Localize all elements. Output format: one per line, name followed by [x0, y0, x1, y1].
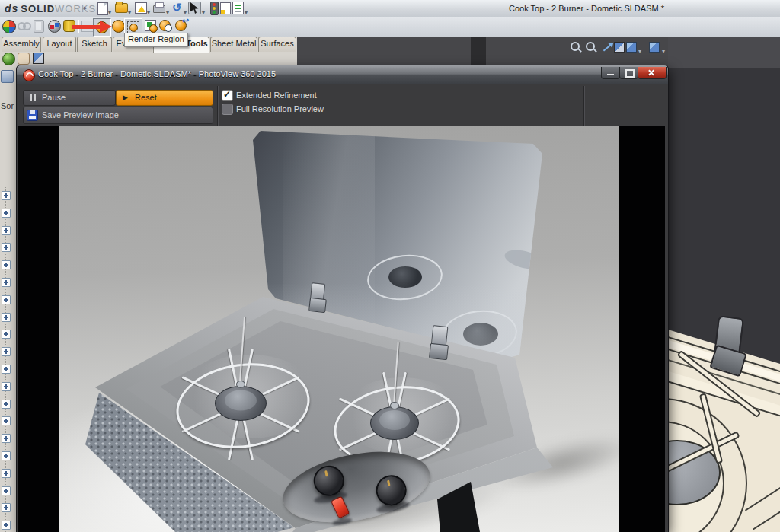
- view-orientation-caret[interactable]: [638, 43, 641, 56]
- edit-appearance-icon[interactable]: [2, 20, 16, 33]
- render-window-toolbar: Pause ▶ Reset Save Preview Image Extende…: [17, 84, 668, 127]
- annotation-arrow-head: [100, 21, 112, 33]
- select-caret[interactable]: [202, 4, 205, 18]
- tree-expander[interactable]: [2, 243, 11, 252]
- tree-expander[interactable]: [2, 347, 11, 356]
- tree-expander[interactable]: [2, 434, 11, 443]
- tree-expander[interactable]: [2, 451, 11, 460]
- document-title: Cook Top - 2 Burner - Dometic.SLDASM *: [488, 4, 686, 13]
- tree-expander[interactable]: [2, 382, 11, 391]
- pause-button[interactable]: Pause: [23, 90, 116, 106]
- model-edge-line: [745, 476, 780, 511]
- full-resolution-preview-checkbox[interactable]: [222, 104, 233, 115]
- minimize-button[interactable]: [601, 67, 620, 79]
- reset-button[interactable]: ▶ Reset: [116, 90, 213, 106]
- photoview-render-window: Cook Top - 2 Burner - Dometic.SLDASM* - …: [17, 65, 668, 532]
- tree-expander[interactable]: [2, 260, 11, 269]
- cad-model-preview[interactable]: [668, 37, 780, 532]
- close-button[interactable]: [638, 67, 667, 79]
- tree-panel-icon[interactable]: [1, 70, 14, 83]
- tree-expander[interactable]: [2, 486, 11, 495]
- rebuild-icon[interactable]: [210, 2, 219, 15]
- tree-expander[interactable]: [2, 191, 11, 200]
- play-icon: ▶: [123, 94, 128, 101]
- recall-last-render-icon[interactable]: [175, 20, 187, 31]
- render-region-icon: [127, 21, 139, 33]
- final-render-icon[interactable]: [112, 20, 125, 33]
- make-drawing-icon[interactable]: [135, 2, 147, 14]
- previous-view-icon[interactable]: [601, 41, 614, 54]
- lid-reflection-recess: [503, 247, 545, 272]
- logo-solid: SOLID: [21, 3, 55, 14]
- tab-layout[interactable]: Layout: [43, 37, 76, 52]
- save-preview-image-button[interactable]: Save Preview Image: [23, 107, 213, 124]
- display-style-caret[interactable]: [662, 43, 665, 56]
- zoom-to-fit-icon[interactable]: [570, 41, 583, 54]
- maximize-button[interactable]: [619, 67, 638, 79]
- pause-label: Pause: [42, 93, 66, 102]
- burner-cap-top: [379, 410, 410, 430]
- menu-flyout-icon[interactable]: ▸: [84, 4, 88, 11]
- tree-expander[interactable]: [2, 313, 11, 322]
- render-letterbox-left: [18, 126, 59, 532]
- app-title-bar[interactable]: dsSOLIDWORKS ▸ Cook Top - 2 Burner - Dom…: [0, 0, 780, 18]
- appearance-command-icon[interactable]: [2, 53, 15, 65]
- new-caret[interactable]: [108, 4, 111, 18]
- new-document-icon[interactable]: [98, 2, 108, 15]
- make-drawing-caret[interactable]: [147, 4, 150, 18]
- cube-command-icon[interactable]: [33, 53, 44, 64]
- tree-expander[interactable]: [2, 469, 11, 478]
- tree-expander[interactable]: [2, 330, 11, 339]
- options-caret[interactable]: [245, 4, 248, 18]
- tab-surfaces[interactable]: Surfaces: [258, 37, 296, 52]
- tab-sketch[interactable]: Sketch: [77, 37, 112, 52]
- tree-expander[interactable]: [2, 365, 11, 374]
- tree-expander[interactable]: [2, 209, 11, 218]
- toolbar-divider: [217, 86, 219, 126]
- zoom-to-area-icon[interactable]: [585, 41, 598, 54]
- schedule-render-icon[interactable]: [159, 20, 171, 31]
- paste-appearance-icon[interactable]: [34, 20, 44, 33]
- burner-pin: [390, 402, 399, 409]
- open-document-icon[interactable]: [115, 3, 128, 13]
- feature-tree-strip: Sor: [0, 67, 17, 532]
- tab-sheet-metal[interactable]: Sheet Metal: [210, 37, 257, 52]
- solidworks-app: dsSOLIDWORKS ▸ Cook Top - 2 Burner - Dom…: [0, 0, 780, 532]
- print-caret[interactable]: [166, 4, 169, 18]
- tree-expander[interactable]: [2, 226, 11, 235]
- options-icon[interactable]: [232, 2, 244, 14]
- tree-expander[interactable]: [2, 295, 11, 304]
- open-caret[interactable]: [128, 4, 131, 18]
- render-letterbox-right: [619, 126, 665, 532]
- render-window-title: Cook Top - 2 Burner - Dometic.SLDASM* - …: [38, 69, 276, 78]
- print-icon[interactable]: [153, 5, 165, 13]
- copy-appearance-icon[interactable]: [18, 20, 31, 33]
- tab-assembly[interactable]: Assembly: [2, 37, 41, 52]
- tree-expander[interactable]: [2, 400, 11, 409]
- burner-right: [334, 387, 456, 460]
- select-tool-pressed-box[interactable]: [188, 2, 201, 14]
- tree-expander[interactable]: [2, 503, 11, 512]
- logo-ds-mark: ds: [5, 2, 18, 14]
- display-style-icon[interactable]: [649, 42, 660, 53]
- extended-refinement-checkbox[interactable]: [222, 90, 233, 101]
- view-orientation-icon[interactable]: [626, 42, 637, 53]
- tree-expander[interactable]: [2, 278, 11, 287]
- tree-expander[interactable]: [2, 416, 11, 425]
- feature-tree-expanders: [0, 191, 17, 532]
- model-lid-edge: [471, 37, 486, 65]
- full-resolution-preview-label: Full Resolution Preview: [236, 104, 324, 113]
- burner-left: [176, 364, 305, 443]
- file-properties-icon[interactable]: [220, 2, 231, 14]
- reset-label: Reset: [135, 93, 157, 102]
- tree-expander[interactable]: [2, 521, 11, 530]
- hand-command-icon[interactable]: [18, 53, 30, 65]
- render-window-title-bar[interactable]: Cook Top - 2 Burner - Dometic.SLDASM* - …: [17, 65, 668, 84]
- lid-hinge-base: [308, 298, 327, 313]
- select-cursor-icon[interactable]: [190, 2, 199, 14]
- apply-scene-icon[interactable]: [48, 20, 61, 33]
- render-options-icon[interactable]: [145, 20, 156, 31]
- section-view-icon[interactable]: [614, 42, 625, 53]
- lid-hinge-base: [429, 343, 449, 360]
- igniter-button: [331, 495, 350, 518]
